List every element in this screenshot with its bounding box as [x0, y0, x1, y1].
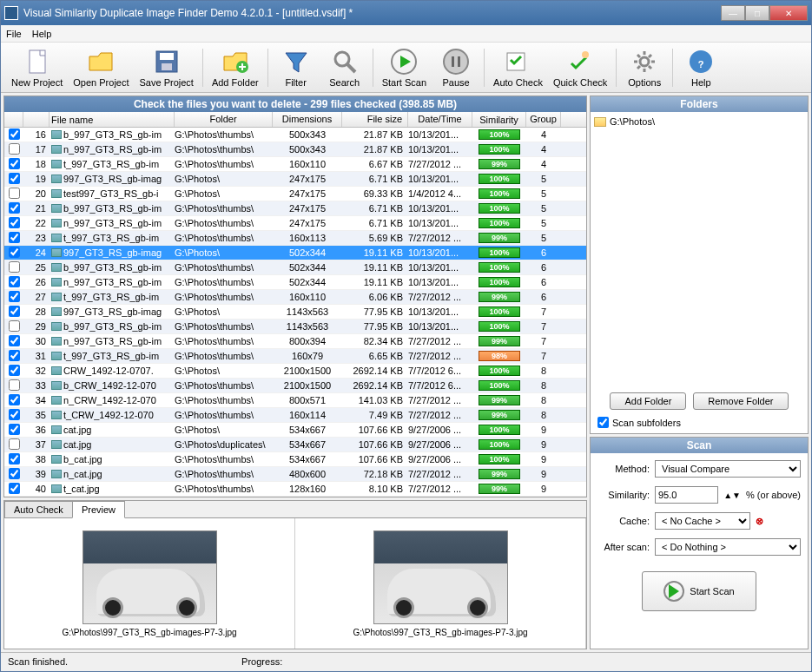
row-checkbox[interactable] — [9, 128, 20, 140]
row-checkbox[interactable] — [9, 453, 20, 464]
quick-check-button[interactable]: Quick Check — [548, 46, 612, 89]
col-folder[interactable]: Folder — [175, 112, 273, 127]
add-folder-button[interactable]: Add Folder — [207, 46, 264, 89]
start-scan-button[interactable]: Start Scan — [642, 571, 756, 611]
folders-list[interactable]: G:\Photos\ — [591, 112, 808, 387]
maximize-button[interactable]: □ — [745, 5, 769, 21]
row-checkbox[interactable] — [9, 158, 20, 169]
row-checkbox[interactable] — [9, 335, 20, 346]
row-datetime: 10/13/201... — [408, 218, 472, 228]
table-row[interactable]: 34n_CRW_1492-12-070G:\Photos\thumbs\800x… — [4, 393, 586, 408]
options-button[interactable]: Options — [620, 46, 669, 89]
table-row[interactable]: 35t_CRW_1492-12-070G:\Photos\thumbs\160x… — [4, 408, 586, 423]
row-checkbox[interactable] — [9, 306, 20, 317]
table-row[interactable]: 37cat.jpgG:\Photos\duplicates\534x667107… — [4, 438, 586, 452]
open-project-button[interactable]: Open Project — [68, 46, 134, 89]
help-toolbar-button[interactable]: ?Help — [677, 46, 725, 89]
minimize-button[interactable]: — — [721, 5, 745, 21]
pause-button[interactable]: Pause — [432, 46, 480, 89]
table-row[interactable]: 20test997_GT3_RS_gb-iG:\Photos\247x17569… — [4, 187, 586, 201]
row-checkbox[interactable] — [9, 320, 20, 332]
table-row[interactable]: 40t_cat.jpgG:\Photos\thumbs\128x1608.10 … — [4, 482, 586, 497]
filter-button[interactable]: Filter — [272, 46, 320, 89]
table-row[interactable]: 23t_997_GT3_RS_gb-imG:\Photos\thumbs\160… — [4, 231, 586, 246]
col-dimensions[interactable]: Dimensions — [273, 112, 342, 127]
row-checkbox[interactable] — [9, 232, 20, 243]
search-button[interactable]: Search — [320, 46, 369, 89]
method-select[interactable]: Visual Compare — [655, 460, 801, 478]
row-similarity: 100% — [472, 321, 526, 332]
save-project-button[interactable]: Save Project — [135, 46, 199, 89]
row-filename: n_997_GT3_RS_gb-im — [50, 218, 175, 228]
menu-file[interactable]: File — [6, 29, 22, 39]
folder-item[interactable]: G:\Photos\ — [594, 115, 804, 128]
remove-folder-button[interactable]: Remove Folder — [693, 392, 788, 410]
close-button[interactable]: ✕ — [769, 5, 808, 21]
start-scan-toolbar-button[interactable]: Start Scan — [377, 46, 432, 89]
row-number: 18 — [23, 159, 50, 169]
table-row[interactable]: 24997_GT3_RS_gb-imagG:\Photos\502x34419.… — [4, 246, 586, 260]
table-row[interactable]: 33b_CRW_1492-12-070G:\Photos\thumbs\2100… — [4, 379, 586, 393]
col-similarity[interactable]: Similarity — [472, 112, 526, 127]
row-checkbox[interactable] — [9, 202, 20, 214]
row-group: 7 — [526, 321, 561, 332]
row-dimensions: 800x571 — [273, 395, 342, 405]
table-row[interactable]: 28997_GT3_RS_gb-imagG:\Photos\1143x56377… — [4, 305, 586, 320]
table-row[interactable]: 19997_GT3_RS_gb-imagG:\Photos\247x1756.7… — [4, 172, 586, 187]
table-row[interactable]: 36cat.jpgG:\Photos\534x667107.66 KB9/27/… — [4, 423, 586, 438]
magnifier-icon — [331, 48, 359, 76]
row-checkbox[interactable] — [9, 173, 20, 184]
table-row[interactable]: 32CRW_1492-12-0707.G:\Photos\2100x150026… — [4, 364, 586, 379]
row-checkbox[interactable] — [9, 188, 20, 199]
table-row[interactable]: 21b_997_GT3_RS_gb-imG:\Photos\thumbs\247… — [4, 201, 586, 216]
col-filesize[interactable]: File size — [342, 112, 408, 127]
row-checkbox[interactable] — [9, 365, 20, 376]
col-group[interactable]: Group — [526, 112, 561, 127]
table-row[interactable]: 39n_cat.jpgG:\Photos\thumbs\480x60072.18… — [4, 467, 586, 482]
grid-body[interactable]: 16b_997_GT3_RS_gb-imG:\Photos\thumbs\500… — [4, 128, 586, 497]
svg-point-5 — [335, 52, 349, 66]
tab-auto-check[interactable]: Auto Check — [4, 501, 73, 517]
row-number: 26 — [23, 277, 50, 287]
clear-cache-icon[interactable]: ⊗ — [756, 516, 763, 527]
row-checkbox[interactable] — [9, 379, 20, 391]
menu-help[interactable]: Help — [32, 29, 52, 39]
scan-subfolders-checkbox[interactable] — [597, 417, 609, 428]
row-checkbox[interactable] — [9, 261, 20, 273]
after-scan-select[interactable]: < Do Nothing > — [655, 538, 801, 556]
auto-check-button[interactable]: Auto Check — [488, 46, 548, 89]
row-checkbox[interactable] — [9, 276, 20, 287]
row-checkbox[interactable] — [9, 468, 20, 479]
similarity-input[interactable] — [655, 486, 718, 504]
table-row[interactable]: 30n_997_GT3_RS_gb-imG:\Photos\thumbs\800… — [4, 334, 586, 349]
row-checkbox[interactable] — [9, 217, 20, 228]
new-project-button[interactable]: New Project — [6, 46, 68, 89]
add-folder-panel-button[interactable]: Add Folder — [610, 392, 686, 410]
cache-select[interactable]: < No Cache > — [655, 512, 750, 530]
table-row[interactable]: 29b_997_GT3_RS_gb-imG:\Photos\thumbs\114… — [4, 320, 586, 334]
row-checkbox[interactable] — [9, 247, 20, 258]
col-filename[interactable]: File name — [50, 112, 175, 127]
table-row[interactable]: 16b_997_GT3_RS_gb-imG:\Photos\thumbs\500… — [4, 128, 586, 142]
row-checkbox[interactable] — [9, 350, 20, 361]
table-row[interactable]: 18t_997_GT3_RS_gb-imG:\Photos\thumbs\160… — [4, 157, 586, 172]
tab-preview[interactable]: Preview — [72, 501, 125, 518]
row-filename: 997_GT3_RS_gb-imag — [50, 306, 175, 317]
table-row[interactable]: 26n_997_GT3_RS_gb-imG:\Photos\thumbs\502… — [4, 275, 586, 290]
table-row[interactable]: 31t_997_GT3_RS_gb-imG:\Photos\thumbs\160… — [4, 349, 586, 364]
row-checkbox[interactable] — [9, 438, 20, 450]
table-row[interactable]: 22n_997_GT3_RS_gb-imG:\Photos\thumbs\247… — [4, 216, 586, 231]
row-checkbox[interactable] — [9, 291, 20, 302]
col-datetime[interactable]: Date/Time — [408, 112, 472, 127]
row-checkbox[interactable] — [9, 409, 20, 420]
table-row[interactable]: 38b_cat.jpgG:\Photos\thumbs\534x667107.6… — [4, 452, 586, 467]
table-row[interactable]: 27t_997_GT3_RS_gb-imG:\Photos\thumbs\160… — [4, 290, 586, 305]
row-checkbox[interactable] — [9, 143, 20, 155]
row-datetime: 7/7/2012 6... — [408, 366, 472, 376]
row-checkbox[interactable] — [9, 424, 20, 435]
table-row[interactable]: 25b_997_GT3_RS_gb-imG:\Photos\thumbs\502… — [4, 260, 586, 275]
row-checkbox[interactable] — [9, 483, 20, 494]
table-row[interactable]: 17n_997_GT3_RS_gb-imG:\Photos\thumbs\500… — [4, 142, 586, 157]
row-datetime: 7/27/2012 ... — [408, 484, 472, 494]
row-checkbox[interactable] — [9, 394, 20, 405]
